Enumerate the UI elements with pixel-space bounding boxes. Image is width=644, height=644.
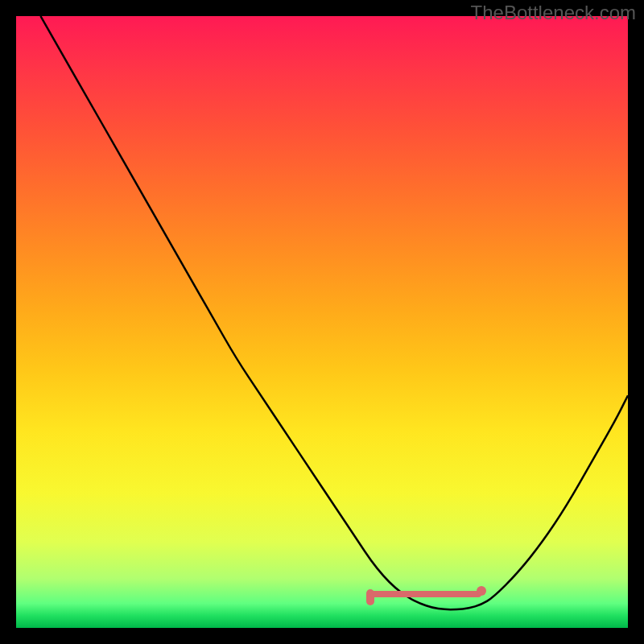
optimal-range-dot-right: [477, 586, 486, 596]
optimal-range-dot-left: [366, 589, 374, 605]
bottleneck-curve-line: [40, 16, 628, 609]
watermark-text: TheBottleneck.com: [471, 2, 636, 24]
chart-curve-layer: [16, 16, 628, 628]
chart-plot-area: [16, 16, 628, 628]
optimal-range-bar: [371, 591, 481, 597]
